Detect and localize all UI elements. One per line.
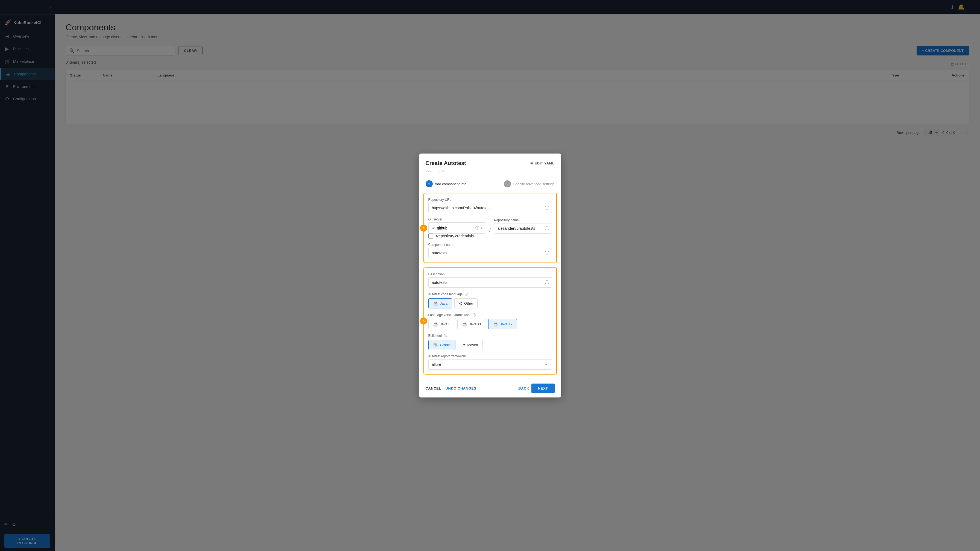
lang-version-info-icon: ⓘ [473,313,476,317]
section-a-form: Repository URL ⓘ Git server ✔ github [423,193,557,263]
repo-name-label: Repository name [494,218,552,222]
section-a-badge: a [420,225,427,232]
maven-label: Maven [468,343,478,347]
component-name-info-icon: ⓘ [545,250,549,256]
edit-icon: ✏ [530,161,534,165]
git-server-caret-icon: ▾ [481,226,482,230]
path-separator: / [489,227,491,233]
build-tool-btn-group: 🐘 Gradle ✦ Maven [428,340,552,350]
java17-label: Java 17 [500,322,512,326]
lang-version-group: Language version/framework ⓘ ☕ Java 8 ☕ … [428,313,552,329]
edit-yaml-button[interactable]: ✏ EDIT YAML [530,161,555,165]
component-name-input[interactable] [428,248,552,258]
learn-more-anchor[interactable]: Learn more. [426,168,445,173]
lang-btn-java[interactable]: ☕ Java [428,298,452,308]
description-info-icon: ⓘ [545,280,549,286]
code-language-info-icon: ⓘ [465,292,468,296]
git-server-label: Git server [428,218,486,221]
repo-url-input[interactable] [428,203,552,213]
java11-icon: ☕ [462,322,468,327]
build-tool-label: Build tool ⓘ [428,333,552,338]
repo-credentials-checkbox[interactable] [428,233,433,238]
back-button[interactable]: BACK [518,384,529,393]
gradle-label: Gradle [440,343,451,347]
component-name-input-wrapper: ⓘ [428,248,552,258]
stepper: 1 Add component info 2 Specify advanced … [419,177,561,191]
git-server-select[interactable]: ✔ github ⓘ ▾ [428,222,486,233]
other-label: Other [464,301,473,305]
step-1: 1 Add component info [426,180,467,187]
maven-icon: ✦ [462,342,466,348]
other-icon: ⊙ [459,301,463,306]
footer-left: CANCEL UNDO CHANGES [426,386,476,391]
lang-btn-other[interactable]: ⊙ Other [454,298,478,308]
description-group: Description ⓘ [428,272,552,287]
step-2-circle: 2 [504,180,511,187]
learn-more-link[interactable]: Learn more. [419,168,561,177]
lang-version-btn-java8[interactable]: ☕ Java 8 [428,319,455,329]
lang-version-btn-group: ☕ Java 8 ☕ Java 11 ☕ Java 17 [428,319,552,329]
repo-name-group: Repository name ⓘ [494,218,552,233]
lang-version-label: Language version/framework ⓘ [428,313,552,318]
report-framework-label: Autotest report framework [428,354,552,358]
step-2-label: Specify advanced settings [513,182,554,186]
description-label: Description [428,272,552,276]
step-1-label: Add component info [435,182,467,186]
repo-name-info-icon: ⓘ [545,225,549,231]
git-server-group: Git server ✔ github ⓘ ▾ [428,218,486,233]
code-language-group: Autotest code language ⓘ ☕ Java ⊙ Other [428,292,552,308]
java-icon: ☕ [433,301,439,306]
edit-yaml-label: EDIT YAML [535,161,554,165]
git-server-row: Git server ✔ github ⓘ ▾ / Repository nam… [428,218,552,233]
dialog-title: Create Autotest [426,160,466,167]
repo-credentials-label[interactable]: Repository credentials [436,234,474,238]
java17-icon: ☕ [493,322,498,327]
description-input[interactable] [428,277,552,287]
dialog-footer: CANCEL UNDO CHANGES BACK NEXT [419,379,561,397]
footer-right: BACK NEXT [518,384,554,393]
section-b-form: Description ⓘ Autotest code language ⓘ ☕ [423,267,557,375]
repo-credentials-row: Repository credentials [428,233,552,238]
build-tool-btn-maven[interactable]: ✦ Maven [458,340,483,350]
repo-url-info-icon: ⓘ [545,205,549,211]
build-tool-info-icon: ⓘ [444,334,447,338]
git-server-value: github [437,226,447,230]
repo-name-input[interactable] [494,223,552,233]
lang-version-btn-java11[interactable]: ☕ Java 11 [457,319,486,329]
lang-version-btn-java17[interactable]: ☕ Java 17 [488,319,517,329]
code-language-label: Autotest code language ⓘ [428,292,552,297]
component-name-group: Component name ⓘ [428,243,552,258]
report-framework-select[interactable]: allure [428,359,552,370]
create-autotest-dialog: Create Autotest ✏ EDIT YAML Learn more. … [419,154,561,397]
step-1-circle: 1 [426,180,433,187]
java8-label: Java 8 [440,322,450,326]
repo-url-group: Repository URL ⓘ [428,198,552,213]
description-input-wrapper: ⓘ [428,277,552,287]
component-name-label: Component name [428,243,552,247]
undo-changes-button[interactable]: UNDO CHANGES [445,386,476,391]
next-button[interactable]: NEXT [531,384,555,393]
cancel-button[interactable]: CANCEL [426,386,441,391]
java-label: Java [440,301,447,305]
step-2: 2 Specify advanced settings [504,180,554,187]
build-tool-group: Build tool ⓘ 🐘 Gradle ✦ Maven [428,333,552,350]
java11-label: Java 11 [469,322,482,326]
section-b-badge: b [420,318,427,324]
repo-url-label: Repository URL [428,198,552,202]
build-tool-btn-gradle[interactable]: 🐘 Gradle [428,340,455,350]
git-server-check-icon: ✔ [432,225,436,230]
repo-url-input-wrapper: ⓘ [428,203,552,213]
dialog-overlay: Create Autotest ✏ EDIT YAML Learn more. … [0,0,980,551]
gradle-icon: 🐘 [433,342,439,348]
dialog-header: Create Autotest ✏ EDIT YAML [419,154,561,168]
step-connector [471,184,500,184]
report-framework-group: Autotest report framework allure [428,354,552,370]
code-language-btn-group: ☕ Java ⊙ Other [428,298,552,308]
git-server-info-icon: ⓘ [476,225,479,230]
repo-name-input-wrapper: ⓘ [494,223,552,233]
java8-icon: ☕ [433,322,439,327]
